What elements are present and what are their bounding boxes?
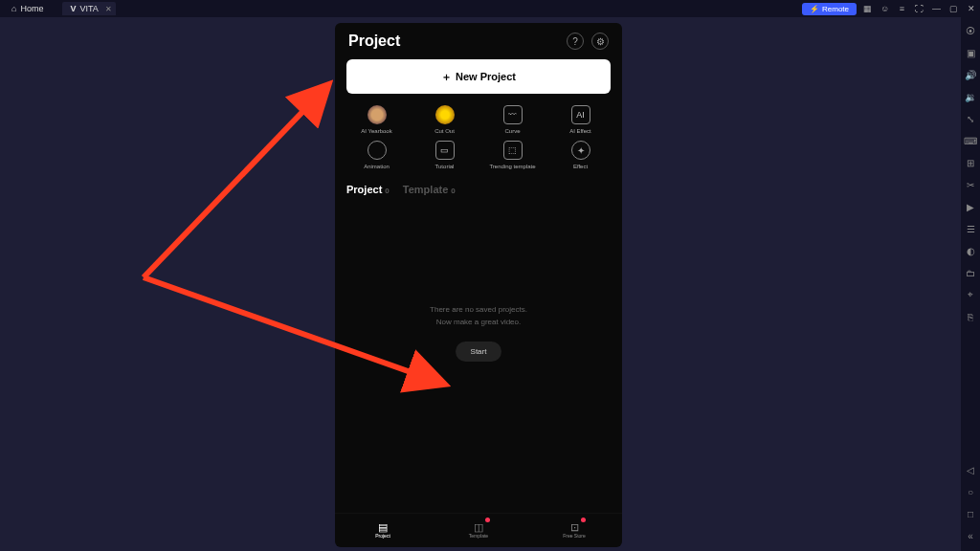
bottom-nav: ▤ Project ◫ Template ⊡ Free Store <box>335 513 622 547</box>
empty-line-1: There are no saved projects. <box>430 305 527 314</box>
shuffle-icon[interactable]: ⤡ <box>965 113 976 124</box>
volume-down-icon[interactable]: 🔉 <box>965 91 976 102</box>
nav-freestore[interactable]: ⊡ Free Store <box>526 514 622 547</box>
recent-icon[interactable]: □ <box>965 508 976 519</box>
right-toolbar: ⦿ ▣ 🔊 🔉 ⤡ ⌨ ⊞ ✂ ▶ ☰ ◐ 🗀 ⌖ ⎘ ◁ ○ □ « <box>961 17 980 551</box>
play-icon[interactable]: ▶ <box>965 201 976 212</box>
close-icon[interactable]: ✕ <box>105 5 112 13</box>
nav-project[interactable]: ▤ Project <box>335 514 431 547</box>
fullscreen-icon[interactable]: ⛶ <box>914 4 924 14</box>
maximize-icon[interactable]: ▢ <box>948 4 959 14</box>
home-nav-icon[interactable]: ○ <box>965 486 976 497</box>
app-header: Project ? ⚙ <box>335 23 622 59</box>
list-icon[interactable]: ☰ <box>965 223 976 234</box>
notification-dot <box>581 518 586 522</box>
menu-icon[interactable]: ≡ <box>897 4 907 14</box>
tab-home-label: Home <box>20 4 43 13</box>
store-icon: ⊡ <box>568 522 581 532</box>
film-icon: ▤ <box>376 522 390 532</box>
tab-app-label: VITA <box>79 4 98 13</box>
folder-icon[interactable]: 🗀 <box>965 267 976 278</box>
ai-effect-icon: AI <box>571 105 590 124</box>
collapse-icon[interactable]: « <box>965 530 976 541</box>
empty-line-2: Now make a great video. <box>436 318 522 326</box>
notification-dot <box>485 518 490 522</box>
cut-icon[interactable]: ✂ <box>965 179 976 190</box>
feature-ai-yearbook[interactable]: AI Yearbook <box>343 105 411 135</box>
settings-icon[interactable]: ⚙ <box>591 33 609 50</box>
keyboard-icon[interactable]: ⌨ <box>965 135 976 146</box>
contrast-icon[interactable]: ◐ <box>965 245 976 256</box>
app-icon: V <box>70 4 76 13</box>
topbar-actions: ▦ ☺ ≡ ⛶ — ▢ ✕ <box>862 4 976 14</box>
capture-icon[interactable]: ▣ <box>965 47 976 58</box>
window-close-icon[interactable]: ✕ <box>966 4 976 14</box>
tab-home[interactable]: ⌂ Home <box>4 2 51 15</box>
feature-curve[interactable]: 〰 Curve <box>479 105 546 135</box>
avatar-icon <box>435 105 455 124</box>
nav-template[interactable]: ◫ Template <box>431 514 526 547</box>
grid-icon[interactable]: ▦ <box>862 4 873 14</box>
tab-app[interactable]: V VITA ✕ <box>62 2 115 15</box>
feature-ai-effect[interactable]: AI AI Effect <box>546 105 614 135</box>
app-phone-frame: Project ? ⚙ ＋ New Project AI Yearbook Cu… <box>335 23 622 547</box>
new-project-label: New Project <box>456 71 516 82</box>
copy-icon[interactable]: ⎘ <box>965 311 976 322</box>
empty-state: There are no saved projects. Now make a … <box>335 153 622 513</box>
lightning-icon: ⚡ <box>810 5 819 13</box>
start-button[interactable]: Start <box>456 342 502 362</box>
record-icon[interactable]: ⦿ <box>965 25 976 36</box>
user-icon[interactable]: ☺ <box>880 4 890 14</box>
volume-up-icon[interactable]: 🔊 <box>965 69 976 80</box>
help-icon[interactable]: ? <box>567 33 584 50</box>
minimize-icon[interactable]: — <box>931 4 942 14</box>
page-title: Project <box>348 33 400 50</box>
gallery-icon[interactable]: ⊞ <box>965 157 976 168</box>
avatar-icon <box>368 105 387 124</box>
remote-button[interactable]: ⚡ Remote <box>802 3 857 15</box>
home-icon: ⌂ <box>11 4 16 13</box>
plus-icon: ＋ <box>441 70 452 84</box>
curve-icon: 〰 <box>503 105 523 124</box>
back-icon[interactable]: ◁ <box>965 464 976 475</box>
layers-icon: ◫ <box>472 522 485 532</box>
remote-label: Remote <box>822 5 849 13</box>
location-icon[interactable]: ⌖ <box>965 289 976 300</box>
feature-cut-out[interactable]: Cut Out <box>411 105 479 135</box>
new-project-button[interactable]: ＋ New Project <box>346 59 611 94</box>
window-topbar: ⌂ Home V VITA ✕ ⚡ Remote ▦ ☺ ≡ ⛶ — ▢ ✕ <box>0 0 980 17</box>
svg-line-1 <box>144 88 325 277</box>
